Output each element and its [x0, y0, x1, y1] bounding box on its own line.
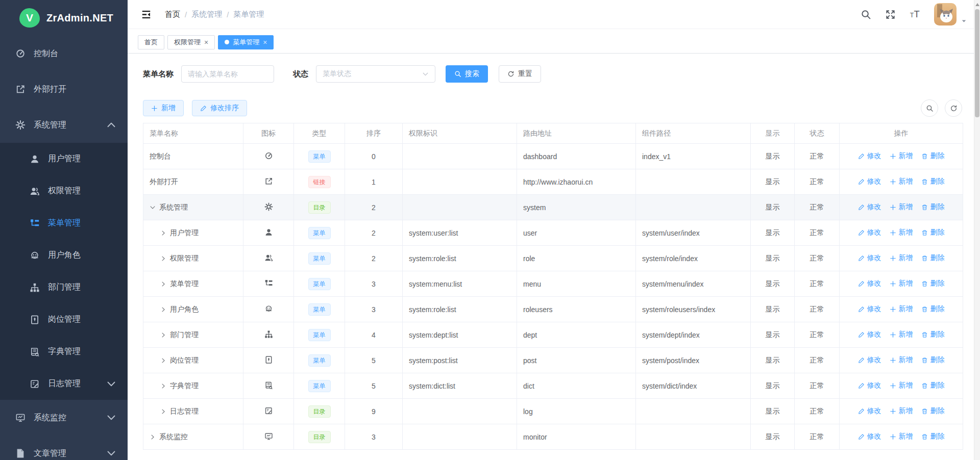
row-edit-link[interactable]: 修改	[858, 406, 881, 416]
row-add-link[interactable]: 新增	[890, 151, 913, 161]
modify-sort-button[interactable]: 修改排序	[192, 100, 247, 116]
breadcrumb-separator: /	[185, 10, 187, 19]
row-edit-link[interactable]: 修改	[858, 304, 881, 314]
row-add-link[interactable]: 新增	[890, 304, 913, 314]
row-edit-link[interactable]: 修改	[858, 330, 881, 339]
sidebar-item-post[interactable]: 岗位管理	[0, 303, 128, 336]
font-size-icon[interactable]: TT	[910, 9, 920, 20]
fullscreen-icon[interactable]	[885, 9, 896, 20]
edit-icon	[858, 229, 865, 236]
operations-cell: 修改新增删除	[840, 220, 963, 246]
plus-icon	[890, 280, 896, 287]
sidebar-item-roleusers[interactable]: 用户角色	[0, 239, 128, 271]
row-add-link[interactable]: 新增	[890, 406, 913, 416]
scrollbar-up-arrow[interactable]	[975, 3, 979, 6]
menu-name-label: 外部打开	[150, 177, 178, 187]
sidebar-item-article[interactable]: 文章管理	[0, 436, 128, 460]
row-delete-link-label: 删除	[930, 279, 945, 288]
row-delete-link[interactable]: 删除	[921, 279, 945, 288]
close-icon[interactable]: ×	[204, 39, 208, 46]
row-delete-link[interactable]: 删除	[921, 355, 945, 365]
tab-role-mgmt[interactable]: 权限管理×	[167, 35, 215, 49]
sidebar-item-label: 外部打开	[34, 84, 66, 95]
menu-name-input[interactable]	[181, 65, 274, 83]
row-edit-link[interactable]: 修改	[858, 355, 881, 365]
chevron-right-icon[interactable]	[160, 281, 166, 287]
row-edit-link[interactable]: 修改	[858, 253, 881, 263]
user-avatar[interactable]	[934, 3, 957, 25]
breadcrumb-current: 菜单管理	[233, 10, 264, 19]
breadcrumb-home[interactable]: 首页	[165, 10, 180, 19]
status-select[interactable]: 菜单状态	[316, 65, 435, 83]
sidebar-item-log[interactable]: 日志管理	[0, 368, 128, 400]
chevron-right-icon[interactable]	[160, 408, 166, 415]
user-menu[interactable]	[934, 3, 967, 25]
row-edit-link[interactable]: 修改	[858, 279, 881, 288]
sidebar-item-monitor[interactable]: 系统监控	[0, 400, 128, 436]
row-add-link[interactable]: 新增	[890, 355, 913, 365]
row-edit-link[interactable]: 修改	[858, 202, 881, 212]
row-edit-link[interactable]: 修改	[858, 432, 881, 441]
row-add-link-label: 新增	[899, 381, 913, 390]
add-button[interactable]: 新增	[143, 100, 184, 116]
search-button[interactable]: 搜索	[446, 65, 488, 83]
chevron-right-icon[interactable]	[160, 383, 166, 389]
row-edit-link[interactable]: 修改	[858, 381, 881, 390]
plus-icon	[890, 433, 896, 440]
sidebar-item-console[interactable]: 控制台	[0, 36, 128, 71]
chevron-right-icon[interactable]	[150, 434, 156, 440]
refresh-table-button[interactable]	[945, 99, 962, 117]
close-icon[interactable]: ×	[263, 39, 267, 46]
row-delete-link[interactable]: 删除	[921, 406, 945, 416]
row-delete-link[interactable]: 删除	[921, 177, 945, 186]
sidebar-item-dept[interactable]: 部门管理	[0, 271, 128, 303]
sidebar-item-user[interactable]: 用户管理	[0, 143, 128, 175]
chevron-right-icon[interactable]	[160, 230, 166, 236]
row-edit-link[interactable]: 修改	[858, 228, 881, 237]
trash-icon	[921, 357, 928, 364]
row-add-link[interactable]: 新增	[890, 202, 913, 212]
tab-menu-mgmt[interactable]: 菜单管理×	[218, 35, 274, 49]
sidebar-item-system[interactable]: 系统管理	[0, 107, 128, 143]
reset-button[interactable]: 重置	[499, 65, 541, 83]
hamburger-collapse-icon[interactable]	[141, 10, 152, 19]
sidebar-item-role[interactable]: 权限管理	[0, 175, 128, 207]
row-add-link[interactable]: 新增	[890, 279, 913, 288]
row-edit-link-label: 修改	[867, 279, 881, 288]
row-add-link[interactable]: 新增	[890, 381, 913, 390]
row-delete-link[interactable]: 删除	[921, 151, 945, 161]
menu-name-wrap: 部门管理	[150, 330, 237, 340]
row-add-link[interactable]: 新增	[890, 177, 913, 186]
row-add-link[interactable]: 新增	[890, 253, 913, 263]
row-delete-link[interactable]: 删除	[921, 432, 945, 441]
chevron-right-icon[interactable]	[160, 357, 166, 364]
row-add-link[interactable]: 新增	[890, 228, 913, 237]
scrollbar-thumb[interactable]	[975, 9, 979, 117]
row-delete-link[interactable]: 删除	[921, 304, 945, 314]
row-delete-link[interactable]: 删除	[921, 202, 945, 212]
sidebar-item-dict[interactable]: 字典管理	[0, 336, 128, 368]
sidebar-item-menu[interactable]: 菜单管理	[0, 207, 128, 239]
status-cell: 正常	[795, 322, 840, 348]
chevron-right-icon[interactable]	[160, 332, 166, 338]
chevron-down-icon[interactable]	[150, 205, 156, 211]
row-add-link[interactable]: 新增	[890, 330, 913, 339]
caret-down-icon[interactable]	[961, 18, 967, 24]
chevron-right-icon[interactable]	[160, 255, 166, 262]
row-edit-link[interactable]: 修改	[858, 151, 881, 161]
dictionary-icon	[264, 381, 273, 390]
row-edit-link[interactable]: 修改	[858, 177, 881, 186]
row-delete-link[interactable]: 删除	[921, 253, 945, 263]
show-search-button[interactable]	[921, 99, 938, 117]
row-add-link[interactable]: 新增	[890, 432, 913, 441]
app-logo: V	[19, 8, 40, 28]
sidebar-item-external[interactable]: 外部打开	[0, 71, 128, 107]
permission-cell: system:user:list	[403, 220, 517, 246]
search-icon[interactable]	[861, 9, 871, 20]
chevron-right-icon[interactable]	[160, 306, 166, 313]
row-delete-link[interactable]: 删除	[921, 330, 945, 339]
tab-home[interactable]: 首页	[138, 35, 164, 49]
row-delete-link[interactable]: 删除	[921, 381, 945, 390]
component-cell: system/menu/index	[636, 271, 751, 297]
row-delete-link[interactable]: 删除	[921, 228, 945, 237]
